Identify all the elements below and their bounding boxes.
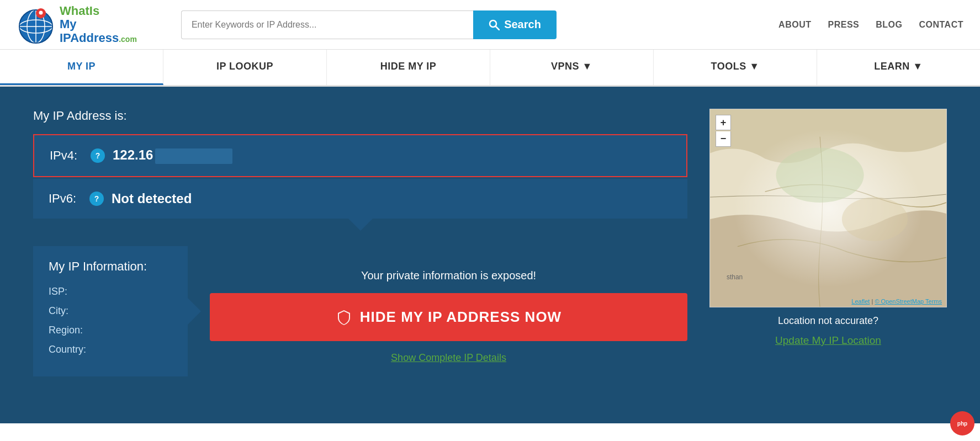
- osm-link[interactable]: © OpenStreetMap Terms: [875, 298, 942, 305]
- php-badge: php: [950, 411, 974, 435]
- logo-globe-icon: [17, 6, 55, 44]
- ipv6-label: IPv6:: [49, 192, 82, 206]
- search-input[interactable]: [181, 10, 473, 39]
- ip-info-label: My IP Information:: [49, 259, 172, 274]
- top-nav-blog[interactable]: BLOG: [876, 20, 902, 30]
- header: WhatIs MyIPAddress.com Search ABOUT PRES…: [0, 0, 980, 50]
- ipv6-help-badge[interactable]: ?: [89, 192, 104, 206]
- ipv4-help-badge[interactable]: ?: [91, 148, 105, 163]
- map-container: sthan + − Leaflet | © OpenStreetMap Term…: [709, 109, 947, 307]
- my-ip-label: My IP Address is:: [33, 109, 687, 123]
- top-nav-contact[interactable]: CONTACT: [919, 20, 963, 30]
- nav-item-learn[interactable]: LEARN ▼: [817, 50, 980, 85]
- shield-icon: [336, 309, 352, 326]
- info-section: My IP Information: ISP: City: Region: Co…: [33, 246, 687, 376]
- ipv4-row: IPv4: ? 122.16: [33, 134, 687, 177]
- nav-item-ip-lookup[interactable]: IP LOOKUP: [163, 50, 327, 85]
- ipv4-blur: [155, 148, 232, 164]
- ip-rows-container: IPv4: ? 122.16 IPv6: ? Not detected: [33, 134, 687, 219]
- main-nav: MY IP IP LOOKUP HIDE MY IP VPNS ▼ TOOLS …: [0, 50, 980, 87]
- ipv6-value: Not detected: [112, 191, 192, 206]
- map-zoom-minus[interactable]: −: [716, 131, 731, 147]
- svg-line-9: [496, 26, 499, 30]
- hide-ip-button-label: HIDE MY IP ADDRESS NOW: [360, 309, 561, 326]
- svg-point-13: [842, 197, 908, 241]
- search-icon: [489, 19, 500, 30]
- search-button[interactable]: Search: [473, 10, 557, 39]
- logo-whatis: WhatIs: [60, 4, 137, 18]
- leaflet-link[interactable]: Leaflet: [851, 298, 870, 305]
- search-area: Search: [181, 10, 557, 39]
- svg-point-12: [776, 148, 864, 203]
- exposed-text: Your private information is exposed!: [361, 269, 536, 282]
- top-nav-about[interactable]: ABOUT: [778, 20, 811, 30]
- logo-text: WhatIs MyIPAddress.com: [60, 4, 137, 45]
- country-row: Country:: [49, 344, 172, 355]
- region-row: Region:: [49, 325, 172, 336]
- cta-section: Your private information is exposed! HID…: [210, 246, 687, 376]
- map-zoom-plus[interactable]: +: [716, 115, 731, 130]
- left-panel: My IP Address is: IPv4: ? 122.16 IPv6: ?…: [33, 109, 687, 401]
- ipv4-label: IPv4:: [50, 148, 83, 163]
- map-credits: Leaflet | © OpenStreetMap Terms: [851, 298, 942, 305]
- nav-item-hide-my-ip[interactable]: HIDE MY IP: [327, 50, 490, 85]
- nav-item-vpns[interactable]: VPNS ▼: [490, 50, 654, 85]
- svg-point-7: [39, 10, 43, 14]
- hide-ip-button[interactable]: HIDE MY IP ADDRESS NOW: [210, 293, 687, 341]
- logo-myip: MyIPAddress.com: [60, 18, 137, 44]
- location-accuracy-text: Location not accurate?: [709, 315, 947, 327]
- nav-item-tools[interactable]: TOOLS ▼: [654, 50, 817, 85]
- update-location-link[interactable]: Update My IP Location: [709, 334, 947, 347]
- nav-item-my-ip[interactable]: MY IP: [0, 50, 163, 85]
- ipv4-value: 122.16: [113, 147, 232, 164]
- show-details-link[interactable]: Show Complete IP Details: [391, 352, 506, 364]
- ipv6-row: IPv6: ? Not detected: [33, 179, 687, 219]
- map-svg: sthan: [710, 109, 946, 307]
- ip-info-box: My IP Information: ISP: City: Region: Co…: [33, 246, 188, 376]
- content-area: My IP Address is: IPv4: ? 122.16 IPv6: ?…: [0, 87, 980, 423]
- top-nav: ABOUT PRESS BLOG CONTACT: [778, 20, 963, 30]
- map-panel: sthan + − Leaflet | © OpenStreetMap Term…: [709, 109, 947, 401]
- isp-row: ISP:: [49, 286, 172, 297]
- svg-rect-11: [710, 109, 946, 307]
- top-nav-press[interactable]: PRESS: [828, 20, 860, 30]
- city-row: City:: [49, 305, 172, 317]
- logo[interactable]: WhatIs MyIPAddress.com: [17, 4, 137, 45]
- svg-text:sthan: sthan: [727, 273, 743, 281]
